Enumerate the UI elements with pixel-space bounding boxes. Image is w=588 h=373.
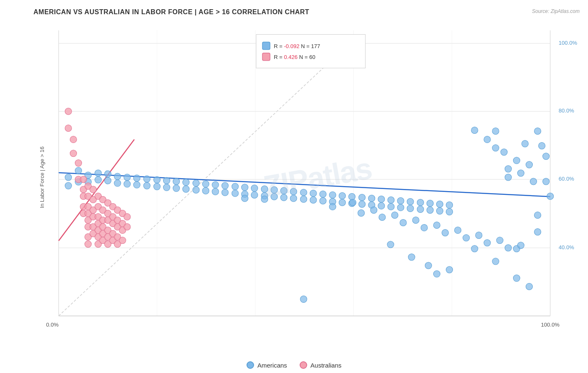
blue-dot — [153, 176, 160, 183]
pink-dot — [80, 176, 87, 183]
blue-dot — [513, 157, 520, 164]
blue-dot — [378, 202, 385, 209]
blue-dot — [105, 171, 111, 177]
pink-dot — [65, 108, 72, 115]
blue-dot — [526, 161, 532, 168]
blue-dot — [388, 197, 394, 203]
blue-dot — [547, 193, 554, 199]
blue-dot — [329, 192, 336, 198]
legend-item-australians: Australians — [299, 361, 341, 369]
blue-dot — [222, 189, 228, 196]
blue-dot — [543, 178, 550, 185]
blue-dot — [65, 174, 72, 181]
blue-dot — [387, 241, 394, 248]
y-label-100: 100.0% — [559, 40, 578, 46]
blue-dot — [329, 203, 336, 210]
blue-dot — [261, 186, 268, 192]
blue-dot — [300, 189, 307, 196]
blue-dot — [484, 240, 491, 246]
blue-dot — [163, 184, 170, 191]
blue-dot — [492, 145, 499, 151]
legend-blue-swatch — [263, 42, 270, 50]
blue-dot — [530, 178, 537, 185]
blue-dot — [124, 181, 130, 187]
blue-dot — [232, 183, 238, 190]
blue-dot — [65, 182, 72, 189]
blue-dot — [492, 258, 499, 265]
blue-dot — [427, 200, 433, 207]
pink-dot — [70, 150, 77, 157]
blue-dot — [300, 196, 307, 202]
blue-dot — [471, 245, 478, 252]
blue-dot — [114, 180, 121, 186]
blue-dot — [281, 187, 287, 194]
blue-dot — [433, 271, 440, 277]
blue-dot — [222, 182, 228, 189]
x-label-100: 100.0% — [541, 322, 560, 328]
legend-pink-r: R = 0.426 N = 60 — [274, 54, 315, 60]
blue-dot — [124, 174, 130, 181]
blue-dot — [379, 214, 386, 220]
blue-dot — [290, 188, 297, 195]
y-axis-label: In Labor Force | Age > 16 — [39, 146, 45, 208]
source-label: Source: ZipAtlas.com — [532, 8, 580, 14]
blue-dot — [417, 199, 424, 206]
blue-dot — [368, 195, 375, 202]
blue-dot — [408, 254, 415, 261]
blue-dot — [427, 207, 433, 213]
legend-box — [256, 34, 365, 68]
blue-dot — [471, 127, 478, 133]
blue-dot — [241, 195, 248, 202]
blue-dot — [378, 196, 385, 202]
blue-dot — [133, 181, 140, 188]
blue-dot — [114, 173, 121, 180]
blue-dot — [400, 219, 406, 226]
blue-dot — [232, 190, 238, 197]
x-label-0: 0.0% — [46, 322, 59, 328]
legend-item-americans: Americans — [246, 361, 287, 369]
blue-dot — [526, 283, 532, 290]
blue-dot — [183, 186, 189, 192]
y-label-60: 60.0% — [559, 176, 574, 182]
blue-dot — [391, 212, 398, 218]
blue-dot — [513, 275, 520, 281]
blue-dot — [388, 203, 394, 210]
blue-dot — [95, 176, 102, 183]
blue-dot — [212, 188, 219, 195]
blue-dot — [501, 149, 507, 156]
blue-dot — [496, 237, 503, 244]
pink-dot — [70, 136, 77, 143]
blue-dot — [193, 180, 199, 186]
legend-color-pink — [299, 361, 307, 369]
blue-dot — [320, 191, 326, 197]
chart-area: ZIPatlas — [33, 20, 580, 335]
blue-dot — [173, 178, 180, 185]
blue-dot — [212, 181, 219, 188]
blue-dot — [505, 174, 511, 181]
pink-dot — [65, 125, 72, 131]
legend-pink-swatch — [263, 53, 270, 61]
blue-dot — [271, 186, 278, 193]
blue-dot — [534, 212, 541, 218]
blue-dot — [261, 196, 268, 202]
blue-dot — [463, 235, 470, 241]
blue-dot — [397, 197, 404, 204]
blue-dot — [281, 194, 287, 201]
blue-dot — [358, 209, 365, 216]
blue-dot — [397, 204, 404, 211]
blue-dot — [359, 201, 366, 207]
legend-blue-r: R = -0.092 N = 177 — [274, 43, 320, 49]
pink-dot — [124, 213, 130, 220]
blue-dot — [492, 128, 499, 134]
blue-dot — [310, 197, 317, 203]
blue-dot — [193, 186, 199, 193]
blue-dot — [320, 197, 326, 204]
blue-dot — [143, 182, 150, 189]
legend-label-americans: Americans — [257, 362, 287, 369]
blue-dot — [446, 202, 453, 208]
blue-dot — [133, 175, 140, 181]
blue-dot — [105, 177, 111, 184]
blue-dot — [436, 201, 443, 207]
chart-container: AMERICAN VS AUSTRALIAN IN LABOR FORCE | … — [0, 0, 588, 373]
blue-dot — [173, 185, 180, 192]
